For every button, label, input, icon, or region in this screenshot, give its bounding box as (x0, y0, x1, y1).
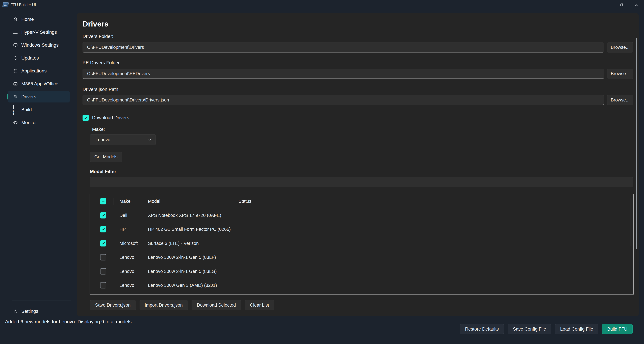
pe-drivers-folder-label: PE Drivers Folder: (82, 60, 633, 66)
save-config-file-button[interactable]: Save Config File (508, 324, 551, 334)
column-header-model[interactable]: Model (148, 199, 160, 204)
make-dropdown[interactable]: Lenovo (90, 134, 156, 145)
status-bar: Added 6 new models for Lenovo. Displayin… (0, 316, 644, 344)
sidebar-divider (12, 300, 70, 301)
config-buttons: Restore Defaults Save Config File Load C… (460, 324, 632, 334)
make-dropdown-value: Lenovo (96, 137, 110, 142)
row-checkbox[interactable] (100, 282, 106, 288)
download-drivers-label: Download Drivers (92, 115, 129, 120)
drivers-json-path-input[interactable] (82, 95, 604, 105)
laptop-icon (13, 30, 18, 35)
pe-drivers-folder-input[interactable] (82, 68, 604, 79)
drivers-folder-row: Browse... (82, 42, 633, 52)
minimize-button[interactable] (600, 0, 614, 10)
status-message: Added 6 new models for Lenovo. Displayin… (5, 319, 133, 324)
restore-button[interactable] (614, 0, 629, 10)
table-scrollbar[interactable] (630, 198, 632, 246)
chevron-up-icon (634, 4, 638, 7)
sync-icon (13, 55, 18, 61)
sidebar-item-hyperv-settings[interactable]: Hyper-V Settings (8, 26, 70, 38)
navigation-sidebar: Home Hyper-V Settings Windows Settings (0, 10, 77, 344)
sidebar-item-settings[interactable]: Settings (8, 306, 70, 317)
gear-icon (13, 308, 18, 314)
table-row[interactable]: HP HP 402 G1 Small Form Factor PC (0266) (90, 222, 633, 236)
select-all-checkbox[interactable] (100, 198, 106, 204)
minimize-icon (605, 3, 609, 7)
clear-list-button[interactable]: Clear List (245, 300, 274, 310)
download-drivers-row: Download Drivers (82, 114, 633, 121)
build-ffu-button[interactable]: Build FFU (602, 324, 632, 334)
drivers-folder-input[interactable] (82, 42, 604, 52)
cell-make: Lenovo (120, 283, 134, 288)
cell-make: Lenovo (120, 269, 134, 274)
selection-indicator (7, 94, 8, 100)
braces-icon: { } (13, 107, 18, 112)
sidebar-item-home[interactable]: Home (8, 14, 70, 25)
restore-icon (620, 3, 624, 7)
cell-model: Lenovo 300w 2-in-1 Gen 5 (83LF) (148, 255, 216, 260)
sidebar-item-monitor[interactable]: Monitor (8, 117, 70, 128)
make-label: Make: (92, 126, 633, 132)
sidebar-item-label: Settings (21, 308, 38, 314)
row-checkbox[interactable] (100, 240, 106, 246)
drivers-page-panel: Drivers Drivers Folder: Browse... PE Dri… (77, 13, 639, 316)
model-filter-input[interactable] (90, 177, 633, 187)
sidebar-item-applications[interactable]: Applications (8, 65, 70, 77)
window-title: FFU Builder UI (10, 0, 36, 10)
sidebar-item-label: Home (21, 16, 34, 22)
row-checkbox[interactable] (100, 254, 106, 260)
save-drivers-json-button[interactable]: Save Drivers.json (90, 300, 136, 310)
table-row[interactable]: Dell XPS Notebook XPS 17 9720 (0AFE) (90, 208, 633, 222)
sidebar-item-drivers[interactable]: Drivers (8, 91, 70, 102)
import-drivers-json-button[interactable]: Import Drivers.json (140, 300, 188, 310)
table-row[interactable]: Lenovo Lenovo 300w Gen 3 (AMD) (82J1) (90, 278, 633, 292)
drivers-folder-label: Drivers Folder: (82, 33, 633, 40)
pe-drivers-folder-browse-button[interactable]: Browse... (607, 68, 633, 79)
drivers-folder-browse-button[interactable]: Browse... (607, 42, 633, 52)
sidebar-item-updates[interactable]: Updates (8, 52, 70, 64)
column-header-status[interactable]: Status (238, 199, 252, 204)
load-config-file-button[interactable]: Load Config File (555, 324, 598, 334)
chip-icon (13, 94, 18, 100)
table-row[interactable]: Lenovo Lenovo 300w 2-in-1 Gen 5 (83LG) (90, 264, 633, 278)
sidebar-item-label: Applications (21, 68, 47, 74)
models-table: Make Model Status Dell XPS Notebook XPS … (90, 194, 634, 294)
app-window: FFU Builder UI Home (0, 0, 644, 344)
check-icon (83, 116, 88, 120)
check-icon (101, 241, 106, 246)
gamepad-icon (13, 120, 18, 125)
cell-model: XPS Notebook XPS 17 9720 (0AFE) (148, 213, 221, 218)
row-checkbox[interactable] (100, 226, 106, 232)
monitor-display-icon (13, 42, 18, 48)
download-drivers-checkbox[interactable] (82, 115, 89, 121)
model-filter-label: Model Filter (90, 168, 633, 175)
cell-model: Lenovo 300w 2-in-1 Gen 5 (83LG) (148, 269, 217, 274)
home-icon (13, 16, 18, 22)
sidebar-item-label: M365 Apps/Office (21, 81, 58, 86)
cell-model: Surface 3 (LTE) - Verizon (148, 241, 199, 246)
get-models-button[interactable]: Get Models (90, 152, 122, 162)
sidebar-item-m365-apps[interactable]: M365 Apps/Office (8, 78, 70, 90)
column-separator (114, 198, 114, 205)
restore-defaults-button[interactable]: Restore Defaults (460, 324, 504, 334)
check-icon (101, 227, 106, 232)
drivers-json-path-browse-button[interactable]: Browse... (607, 95, 633, 105)
download-selected-button[interactable]: Download Selected (192, 300, 241, 310)
drivers-actions-row: Save Drivers.json Import Drivers.json Do… (90, 300, 633, 310)
sidebar-item-label: Hyper-V Settings (21, 30, 57, 35)
sidebar-item-label: Windows Settings (21, 42, 59, 48)
cell-make: HP (120, 227, 126, 232)
cell-model: Lenovo 300w Gen 3 (AMD) (82J1) (148, 283, 217, 288)
scrollbar-up-arrow[interactable] (634, 4, 638, 7)
column-separator (234, 198, 234, 205)
row-checkbox[interactable] (100, 212, 106, 218)
row-checkbox[interactable] (100, 268, 106, 274)
main-scrollbar-thumb[interactable] (636, 38, 636, 249)
cell-make: Dell (120, 213, 127, 218)
column-header-make[interactable]: Make (120, 199, 130, 204)
table-row[interactable]: Lenovo Lenovo 300w 2-in-1 Gen 5 (83LF) (90, 250, 633, 264)
sidebar-item-build[interactable]: { } Build (8, 104, 70, 116)
chevron-down-icon (148, 138, 152, 142)
sidebar-item-windows-settings[interactable]: Windows Settings (8, 40, 70, 51)
table-row[interactable]: Microsoft Surface 3 (LTE) - Verizon (90, 236, 633, 250)
